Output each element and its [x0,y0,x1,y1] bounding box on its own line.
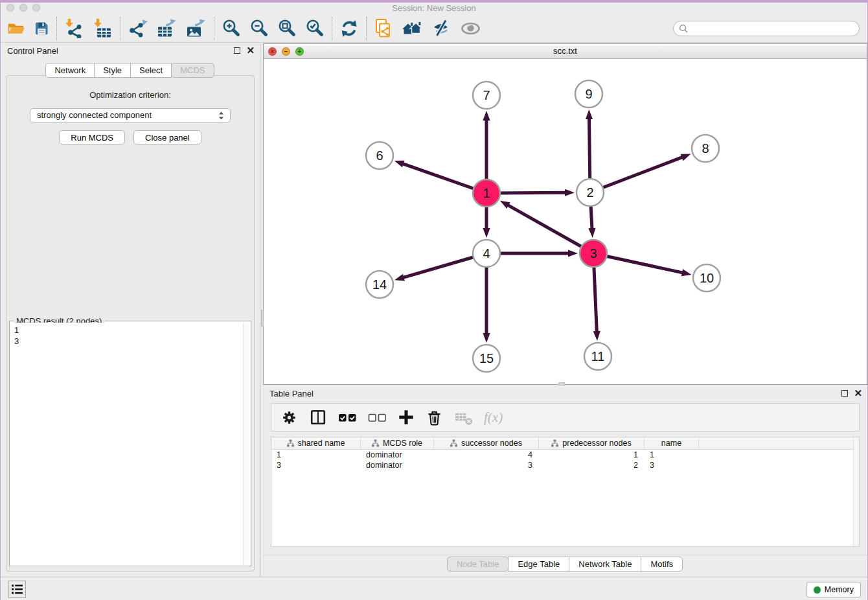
graph-edge-arrowhead [593,331,600,341]
tab-edge-table[interactable]: Edge Table [508,557,569,571]
deselect-all-columns-button[interactable] [368,411,387,424]
plus-icon [398,409,415,426]
table-settings-button[interactable] [280,409,298,426]
tab-motifs[interactable]: Motifs [641,557,683,571]
cell-MCDS-role: dominator [361,450,434,459]
delete-column-button[interactable] [426,408,443,426]
export-image-icon [186,18,207,38]
table-panel-float-button[interactable] [841,390,848,397]
graph-node-label: 3 [589,246,597,260]
control-panel-float-button[interactable] [234,47,240,54]
graph-edge-arrowhead [586,110,593,119]
refresh-button[interactable] [339,19,359,38]
graph-node-7[interactable]: 7 [473,82,500,109]
delete-table-button[interactable] [454,410,473,426]
table-row[interactable]: 1dominator411 [271,450,859,460]
select-all-columns-button[interactable] [338,411,357,424]
run-mcds-button[interactable]: Run MCDS [59,130,125,144]
table-panel-close-button[interactable]: ✕ [854,389,862,398]
app-title: Session: New Session [1,3,867,13]
add-column-button[interactable] [398,409,415,426]
hierarchy-icon [450,439,457,447]
clone-network-icon [374,18,393,38]
memory-label: Memory [825,585,854,594]
control-panel-close-button[interactable]: ✕ [246,46,255,55]
column-header-predecessor-nodes[interactable]: predecessor nodes [539,437,645,449]
tab-node-table[interactable]: Node Table [447,557,509,571]
graph-node-14[interactable]: 14 [366,271,393,298]
graph-edge-3-1[interactable] [507,205,593,253]
export-image-button[interactable] [186,18,207,38]
close-panel-button[interactable]: Close panel [133,130,201,144]
status-bar: Memory [1,577,867,600]
columns-icon [309,408,327,426]
tab-mcds[interactable]: MCDS [171,63,214,78]
graph-node-8[interactable]: 8 [692,135,719,162]
graph-node-label: 14 [372,277,387,292]
graph-node-10[interactable]: 10 [693,264,720,292]
graph-edge-arrowhead [483,228,490,238]
function-builder-button[interactable]: f(x) [484,410,503,426]
fx-icon: f(x) [484,410,503,426]
zoom-selected-button[interactable] [305,19,325,38]
column-header-shared-name[interactable]: shared name [271,437,361,449]
graph-node-3[interactable]: 3 [580,240,607,267]
checked-boxes-icon [338,411,357,424]
graph-edge-arrowhead [588,228,595,238]
graph-node-1[interactable]: 1 [473,179,500,207]
export-network-button[interactable] [128,18,148,38]
graph-edge-arrowhead [394,274,405,281]
control-panel: Control Panel ✕ NetworkStyleSelectMCDS O… [1,43,260,577]
show-all-button[interactable] [460,21,481,36]
column-header-successor-nodes[interactable]: successor nodes [434,437,539,449]
graph-edge-arrowhead [483,333,490,343]
zoom-out-button[interactable] [249,19,269,38]
optimization-criterion-label: Optimization criterion: [6,90,254,100]
graph-node-label: 8 [702,141,709,156]
table-columns-button[interactable] [309,408,327,426]
tab-style[interactable]: Style [94,63,131,78]
hide-selected-button[interactable] [431,19,451,38]
task-history-button[interactable] [8,581,26,598]
graph-edge-2-8[interactable] [590,157,683,192]
table-row[interactable]: 3dominator323 [271,460,859,470]
graph-node-6[interactable]: 6 [366,142,393,169]
tab-select[interactable]: Select [130,63,172,78]
splitter-handle-vertical[interactable] [261,310,264,327]
tab-network-table[interactable]: Network Table [569,557,641,571]
search-icon [679,24,688,33]
memory-button[interactable]: Memory [806,582,861,597]
tab-network[interactable]: Network [45,63,95,78]
zoom-fit-button[interactable] [277,19,297,38]
eye-slash-icon [431,19,451,38]
column-header-MCDS-role[interactable]: MCDS role [361,437,434,449]
hierarchy-icon [551,439,558,447]
import-network-button[interactable] [64,18,84,38]
clone-network-button[interactable] [374,18,393,38]
zoom-in-button[interactable] [222,19,241,38]
mcds-result-scrollbar[interactable] [243,323,249,564]
cell-name: 1 [645,450,699,459]
search-input[interactable] [688,24,854,33]
network-graph: 7968124314101511 [264,60,867,384]
mcds-result-text[interactable]: 1 3 [11,323,243,564]
zoom-selected-icon [305,19,325,38]
splitter-handle-horizontal[interactable] [558,382,565,386]
open-session-button[interactable] [8,21,25,36]
graph-node-2[interactable]: 2 [577,179,604,206]
graph-node-15[interactable]: 15 [473,345,500,372]
import-table-button[interactable] [93,18,113,38]
column-header-name[interactable]: name [645,437,699,449]
home-button[interactable] [401,20,423,36]
graph-node-11[interactable]: 11 [584,343,611,370]
graph-edge-arrowhead [568,249,578,257]
export-table-button[interactable] [157,18,177,38]
graph-node-4[interactable]: 4 [473,240,500,267]
list-icon [11,584,23,595]
criterion-dropdown[interactable]: strongly connected component [30,108,231,122]
graph-node-label: 9 [585,87,592,101]
graph-node-9[interactable]: 9 [575,80,602,108]
table-scrollbar[interactable] [853,437,859,546]
save-session-button[interactable] [34,21,49,36]
network-canvas[interactable]: 7968124314101511 [264,60,867,384]
